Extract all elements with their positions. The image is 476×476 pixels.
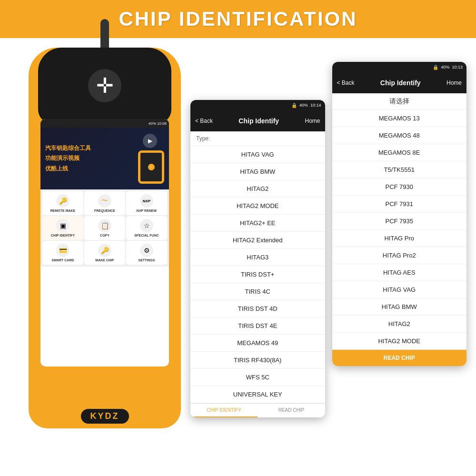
smart-card-icon: 💳 [56,244,69,257]
list-item[interactable]: TIRIS 4C [190,283,325,300]
list-item[interactable]: TIRIS RF430(8A) [190,352,325,369]
chip-identify-icon: ▣ [56,219,69,232]
list-item[interactable]: HITAG2 MODE [332,333,467,350]
left-time: 10:14 [310,103,321,108]
right-chinese-header: 请选择 [332,93,467,110]
list-item[interactable]: MEGAMOS 48 [332,127,467,144]
list-item[interactable]: HITAG BMW [190,163,325,180]
list-item[interactable]: HITAG BMW [332,298,467,316]
mini-device-image: + [138,150,164,184]
left-chip-list: HITAG VAG HITAG BMW HITAG2 HITAG2 MODE H… [190,146,325,403]
make-chip-icon: 🔑 [98,244,111,257]
menu-settings-label: SETTINGS [138,258,155,262]
screen-status-text: 40% 10:08 [149,121,167,126]
list-item[interactable]: HITAG2 [190,180,325,198]
nxp-icon: NXP [140,194,153,208]
cross-button[interactable]: ✛ [88,69,121,102]
main-area: ✛ stone 40% 10:08 [0,38,476,476]
list-item[interactable]: HITAG VAG [332,281,467,298]
menu-special-func-label: SPECIAL FUNC [134,234,159,237]
list-item[interactable]: HITAG3 [190,249,325,266]
device-container: ✛ stone 40% 10:08 [14,48,195,457]
list-item[interactable]: HITAG2 Extended [190,232,325,249]
menu-remote-make-label: REMOTE MAKE [50,209,76,212]
menu-chip-identify-label: CHIP IDENTIFY [51,234,75,237]
screen-promo: 汽车钥匙综合工具 功能演示视频 优酷上线 ▶ [40,128,169,189]
right-nav-title: Chip Identify [359,79,442,87]
list-item[interactable]: TIRIS DST 4D [190,300,325,317]
menu-copy[interactable]: 📋 COPY [84,216,125,240]
list-item[interactable]: MEGAMOS 13 [332,110,467,127]
right-battery: 40% [441,65,449,69]
right-home-button[interactable]: Home [446,79,462,86]
settings-icon: ⚙ [140,244,153,257]
left-phone-status: 🔒 40% 10:14 [190,100,325,110]
list-item[interactable]: PCF 7935 [332,213,467,230]
header-banner: CHIP IDENTIFICATION [0,0,476,38]
right-chip-list: MEGAMOS 13 MEGAMOS 48 MEGAMOS 8E T5/TK55… [332,110,467,350]
right-phone-nav: < Back Chip Identify Home [332,72,467,93]
brand-label: KYDZ [81,409,129,424]
menu-smart-card-label: SMART CARD [51,258,74,262]
list-item[interactable]: MEGAMOS 8E [332,144,467,161]
copy-icon: 📋 [98,219,111,232]
list-item[interactable]: TIRIS DST+ [190,266,325,283]
list-item[interactable]: HITAG2 [332,316,467,333]
read-chip-button[interactable]: READ CHIP [332,350,467,366]
screen-status-bar: 40% 10:08 [40,119,169,128]
cross-icon: ✛ [96,75,114,96]
list-item[interactable]: PCF 7930 [332,178,467,196]
screen-menu-grid: 🔑 REMOTE MAKE 〜 FREQUENCE NXP NXP RENEW [40,189,169,267]
left-phone-tabs: CHIP IDENTIFY READ CHIP [190,403,325,417]
mini-device-screen: + [140,153,162,181]
right-back-button[interactable]: < Back [337,79,355,86]
device-bottom: KYDZ [29,409,181,424]
right-lock-icon: 🔒 [433,65,438,70]
frequence-icon: 〜 [98,194,111,208]
screenshots-area: 🔒 40% 10:14 < Back Chip Identify Home Ty… [190,52,466,471]
left-home-button[interactable]: Home [305,118,320,124]
list-item[interactable]: PCF 7931 [332,196,467,213]
left-back-button[interactable]: < Back [195,118,213,124]
menu-smart-card[interactable]: 💳 SMART CARD [42,241,83,265]
list-item[interactable]: HITAG VAG [190,146,325,163]
promo-line-1: 汽车钥匙综合工具 功能演示视频 优酷上线 [45,143,136,174]
menu-chip-identify[interactable]: ▣ CHIP IDENTIFY [42,216,83,240]
device-body: ✛ stone 40% 10:08 [29,48,181,438]
list-item[interactable]: MEGAMOS 49 [190,335,325,352]
right-phone-screenshot: 🔒 40% 10:13 < Back Chip Identify Home 请选… [332,62,467,366]
menu-special-func[interactable]: ☆ SPECIAL FUNC [126,216,167,240]
special-func-icon: ☆ [140,219,153,232]
menu-make-chip[interactable]: 🔑 MAKE CHIP [84,241,125,265]
screen-content: 40% 10:08 汽车钥匙综合工具 功能演示视频 优酷上线 [40,119,169,367]
left-type-row: Type: [190,131,325,146]
menu-copy-label: COPY [100,234,109,237]
read-chip-tab[interactable]: READ CHIP [258,404,325,417]
list-item[interactable]: T5/TK5551 [332,161,467,178]
list-item[interactable]: HITAG2+ EE [190,215,325,232]
list-item[interactable]: WFS 5C [190,369,325,386]
menu-remote-make[interactable]: 🔑 REMOTE MAKE [42,191,83,215]
list-item[interactable]: HITAG2 MODE [190,198,325,215]
menu-nxp-label: NXP RENEW [137,209,157,212]
device-shell: ✛ stone 40% 10:08 [29,48,181,428]
list-item[interactable]: HITAG Pro [332,230,467,247]
left-lock-icon: 🔒 [291,103,297,108]
left-nav-title: Chip Identify [218,117,300,125]
menu-make-chip-label: MAKE CHIP [95,258,114,262]
menu-frequence[interactable]: 〜 FREQUENCE [84,191,125,215]
right-phone-status: 🔒 40% 10:13 [332,62,467,72]
chip-identify-tab[interactable]: CHIP IDENTIFY [190,404,258,417]
page-title: CHIP IDENTIFICATION [119,8,357,30]
list-item[interactable]: HITAG AES [332,264,467,281]
list-item[interactable]: UNIVERSAL KEY [190,386,325,403]
remote-make-icon: 🔑 [56,194,69,208]
menu-nxp-renew[interactable]: NXP NXP RENEW [126,191,167,215]
menu-settings[interactable]: ⚙ SETTINGS [126,241,167,265]
list-item[interactable]: HITAG Pro2 [332,247,467,264]
menu-frequence-label: FREQUENCE [94,209,115,212]
play-button[interactable]: ▶ [143,134,157,148]
left-phone-screenshot: 🔒 40% 10:14 < Back Chip Identify Home Ty… [190,100,325,417]
list-item[interactable]: TIRIS DST 4E [190,317,325,335]
right-time: 10:13 [452,65,463,69]
